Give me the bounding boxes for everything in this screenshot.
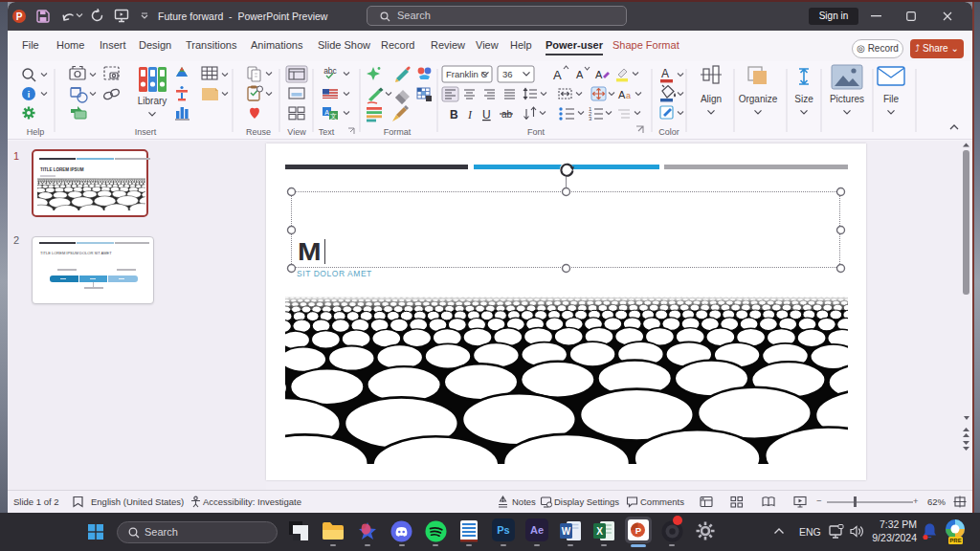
svg-text:A: A xyxy=(324,109,329,116)
svg-text:Font: Font xyxy=(527,127,546,137)
svg-text:Format: Format xyxy=(384,127,412,137)
svg-text:File: File xyxy=(883,94,900,104)
svg-text:U: U xyxy=(482,108,491,121)
svg-text:i: i xyxy=(28,90,31,99)
svg-text:a: a xyxy=(626,91,631,100)
svg-text:36: 36 xyxy=(502,69,513,79)
svg-text:Help: Help xyxy=(27,127,45,137)
svg-text:Pictures: Pictures xyxy=(830,94,864,104)
svg-text:A: A xyxy=(576,69,584,80)
svg-text:Reuse: Reuse xyxy=(246,127,271,137)
svg-text:abc: abc xyxy=(323,66,337,76)
svg-text:Align: Align xyxy=(701,94,722,104)
svg-text:P: P xyxy=(635,525,642,536)
svg-text:Library: Library xyxy=(138,96,167,106)
svg-text:Text: Text xyxy=(319,127,335,137)
svg-text:Organize: Organize xyxy=(739,94,778,104)
svg-text:I: I xyxy=(467,108,473,121)
svg-text:Franklin C: Franklin C xyxy=(446,69,487,79)
svg-text:PRE: PRE xyxy=(949,538,961,543)
svg-text:Size: Size xyxy=(794,94,813,104)
svg-text:3: 3 xyxy=(589,116,592,121)
svg-text:文: 文 xyxy=(330,112,337,120)
svg-text:X: X xyxy=(596,526,603,537)
svg-text:View: View xyxy=(287,127,306,137)
svg-text:W: W xyxy=(562,526,571,537)
svg-text:P: P xyxy=(16,11,23,22)
svg-text:Color: Color xyxy=(658,127,679,137)
svg-text:B: B xyxy=(450,108,458,121)
svg-text:A: A xyxy=(595,69,603,80)
svg-text:A: A xyxy=(553,68,562,82)
svg-text:Insert: Insert xyxy=(135,127,157,137)
svg-text:A: A xyxy=(618,89,626,100)
svg-text:A: A xyxy=(661,67,669,80)
